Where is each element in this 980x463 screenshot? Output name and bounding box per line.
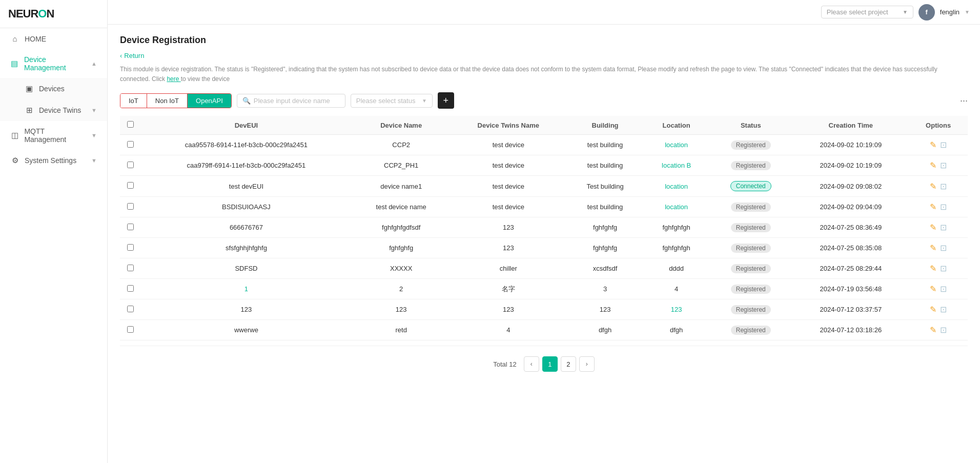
row-checkbox-cell [120, 320, 140, 340]
select-all-checkbox[interactable] [127, 121, 134, 128]
cell-building: fghfghfg [566, 217, 644, 238]
tab-openapi[interactable]: OpenAPI [188, 94, 231, 108]
sidebar: NEURON ⌂ HOME ▤ Device Management ▲ ▣ De… [0, 0, 108, 463]
devices-icon: ▣ [25, 84, 34, 93]
location-value: fghfghfgh [663, 224, 690, 231]
device-management-icon: ▤ [10, 59, 19, 68]
sidebar-item-devices[interactable]: ▣ Devices [0, 78, 107, 99]
row-checkbox-cell [120, 176, 140, 197]
row-checkbox[interactable] [127, 141, 134, 148]
edit-button[interactable]: ✎ [930, 325, 936, 335]
row-checkbox[interactable] [127, 224, 134, 230]
edit-button[interactable]: ✎ [930, 182, 936, 191]
back-chevron-icon: ‹ [120, 52, 122, 59]
tab-group: IoT Non IoT OpenAPI [120, 93, 232, 108]
search-field[interactable]: 🔍 [237, 94, 345, 108]
edit-button[interactable]: ✎ [930, 284, 936, 294]
row-checkbox[interactable] [127, 285, 134, 292]
cell-created: 2024-07-25 08:36:49 [792, 217, 909, 238]
col-location: Location [644, 116, 709, 135]
device-table: DevEUI Device Name Device Twins Name Bui… [120, 116, 968, 340]
copy-button[interactable]: ⊡ [940, 182, 947, 191]
copy-button[interactable]: ⊡ [940, 243, 947, 253]
cell-building: test building [566, 135, 644, 155]
location-value[interactable]: location [665, 183, 688, 190]
edit-button[interactable]: ✎ [930, 264, 936, 273]
add-button[interactable]: + [438, 92, 454, 109]
location-value: dfgh [670, 326, 683, 334]
edit-button[interactable]: ✎ [930, 140, 936, 150]
cell-location: location [644, 135, 709, 155]
cell-deveui: 1 [140, 279, 352, 299]
copy-button[interactable]: ⊡ [940, 160, 947, 170]
page-2-button[interactable]: 2 [561, 356, 576, 372]
edit-button[interactable]: ✎ [930, 243, 936, 253]
back-link[interactable]: ‹ Return [120, 52, 968, 59]
row-checkbox[interactable] [127, 182, 134, 189]
location-value[interactable]: 123 [671, 306, 682, 313]
copy-button[interactable]: ⊡ [940, 223, 947, 232]
cell-created: 2024-09-02 10:19:09 [792, 155, 909, 176]
status-select[interactable]: Please select status ▼ [351, 94, 433, 108]
tab-non-iot[interactable]: Non IoT [147, 94, 188, 108]
settings-chevron-icon: ▼ [91, 157, 97, 164]
mqtt-icon: ◫ [10, 131, 19, 140]
row-checkbox-cell [120, 238, 140, 258]
cell-location: location [644, 197, 709, 217]
deveui-value: BSDISUIOAASJ [222, 203, 271, 211]
location-value[interactable]: location B [662, 162, 691, 169]
copy-button[interactable]: ⊡ [940, 140, 947, 150]
cell-device-name: XXXXX [352, 258, 451, 279]
cell-twins-name: 名字 [451, 279, 566, 299]
search-icon: 🔍 [242, 97, 251, 105]
next-page-button[interactable]: › [579, 356, 595, 372]
sidebar-item-home[interactable]: ⌂ HOME [0, 28, 107, 49]
copy-button[interactable]: ⊡ [940, 325, 947, 335]
sidebar-item-device-management[interactable]: ▤ Device Management ▲ [0, 49, 107, 78]
edit-button[interactable]: ✎ [930, 223, 936, 232]
sidebar-item-device-twins[interactable]: ⊞ Device Twins ▼ [0, 99, 107, 121]
col-building: Building [566, 116, 644, 135]
page-title: Device Registration [120, 35, 968, 46]
cell-options: ✎ ⊡ [909, 155, 968, 176]
page-1-button[interactable]: 1 [542, 356, 558, 372]
deveui-value: 123 [241, 306, 252, 313]
location-value[interactable]: location [665, 203, 688, 211]
row-checkbox[interactable] [127, 162, 134, 168]
row-checkbox[interactable] [127, 265, 134, 271]
row-checkbox[interactable] [127, 244, 134, 251]
project-select[interactable]: Please select project ▼ [821, 6, 913, 18]
cell-created: 2024-07-12 03:18:26 [792, 320, 909, 340]
copy-button[interactable]: ⊡ [940, 284, 947, 294]
table-row: sfsfghhjhfghfg fghfghfg 123 fghfghfg fgh… [120, 238, 968, 258]
tab-iot[interactable]: IoT [120, 94, 147, 108]
cell-device-name: CCP2 [352, 135, 451, 155]
cell-deveui: caa95578-6914-11ef-b3cb-000c29fa2451 [140, 135, 352, 155]
edit-button[interactable]: ✎ [930, 305, 936, 314]
search-input[interactable] [254, 97, 340, 105]
more-options-button[interactable]: ··· [960, 95, 968, 106]
main-area: Please select project ▼ f fenglin ▼ Devi… [108, 0, 980, 463]
deveui-value[interactable]: 1 [244, 285, 248, 293]
copy-button[interactable]: ⊡ [940, 305, 947, 314]
cell-device-name: 2 [352, 279, 451, 299]
location-value[interactable]: location [665, 141, 688, 149]
cell-status: Registered [709, 279, 792, 299]
edit-button[interactable]: ✎ [930, 202, 936, 212]
row-checkbox[interactable] [127, 306, 134, 312]
sidebar-item-system-settings[interactable]: ⚙ System Settings ▼ [0, 150, 107, 171]
desc-link[interactable]: here [167, 75, 180, 83]
cell-created: 2024-07-25 08:29:44 [792, 258, 909, 279]
row-checkbox[interactable] [127, 326, 134, 333]
sidebar-item-mqtt[interactable]: ◫ MQTT Management ▼ [0, 121, 107, 150]
cell-status: Registered [709, 155, 792, 176]
copy-button[interactable]: ⊡ [940, 202, 947, 212]
header-checkbox-cell [120, 116, 140, 135]
col-device-name: Device Name [352, 116, 451, 135]
row-checkbox[interactable] [127, 203, 134, 210]
edit-button[interactable]: ✎ [930, 160, 936, 170]
cell-created: 2024-07-19 03:56:48 [792, 279, 909, 299]
copy-button[interactable]: ⊡ [940, 264, 947, 273]
prev-page-button[interactable]: ‹ [524, 356, 539, 372]
cell-twins-name: test device [451, 176, 566, 197]
